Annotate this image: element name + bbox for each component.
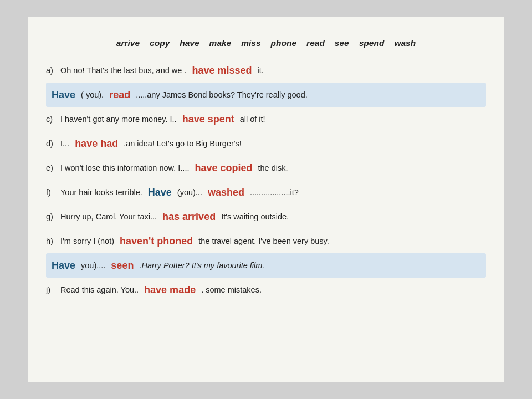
wordbox-word-read: read <box>306 38 325 48</box>
sentence-row-f: f)Your hair looks terrible.Have(you)...w… <box>46 180 486 204</box>
sentence-suffix-j: . some mistakes. <box>201 285 262 294</box>
wordbox-word-have: have <box>180 38 199 48</box>
sentence-text-c-0: I haven't got any more money. I.. <box>60 115 177 124</box>
wordbox-word-wash: wash <box>394 38 416 48</box>
sentence-answer-d: have had <box>71 138 121 150</box>
sentence-label-c: c) <box>46 115 58 124</box>
sentence-prefix-i: Have <box>48 260 79 272</box>
sentence-prefix2-f: Have <box>145 187 175 198</box>
wordbox-word-arrive: arrive <box>116 38 140 48</box>
sentence-answer-i: seen <box>108 260 137 272</box>
sentence-suffix-c: all of it! <box>240 115 265 124</box>
sentence-row-a: a)Oh no! That's the last bus, and we .ha… <box>46 58 486 83</box>
main-card: arrivecopyhavemakemissphonereadseespendw… <box>28 17 504 382</box>
sentence-text-f-0: Your hair looks terrible. <box>60 188 142 197</box>
sentence-text-h-0: I'm sorry I (not) <box>60 237 114 245</box>
sentences-container: a)Oh no! That's the last bus, and we .ha… <box>46 58 486 302</box>
wordbox-word-copy: copy <box>150 38 170 48</box>
sentence-suffix-a: it. <box>257 66 263 75</box>
sentence-label-j: j) <box>46 285 58 294</box>
sentence-text-d-0: I... <box>60 139 69 148</box>
sentence-text-b-0: ( you). <box>81 90 104 99</box>
sentence-row-h: h)I'm sorry I (not)haven't phonedthe tra… <box>46 229 486 253</box>
wordbox-word-spend: spend <box>359 38 385 48</box>
sentence-answer-e: have copied <box>191 162 255 174</box>
sentence-label-f: f) <box>46 188 58 197</box>
sentence-row-b: Have( you).read.....any James Bond books… <box>46 83 486 107</box>
sentence-row-g: g)Hurry up, Carol. Your taxi...has arriv… <box>46 204 486 229</box>
sentence-suffix-f: ..................it? <box>250 188 299 197</box>
sentence-text-a-0: Oh no! That's the last bus, and we . <box>60 66 186 75</box>
sentence-text-g-0: Hurry up, Carol. Your taxi... <box>60 212 157 221</box>
sentence-middle-f: (you)... <box>177 188 202 197</box>
sentence-answer-c: have spent <box>179 114 238 125</box>
sentence-suffix-e: the disk. <box>258 163 288 172</box>
sentence-answer-b: read <box>106 89 134 101</box>
sentence-label-g: g) <box>46 212 58 221</box>
sentence-text-e-0: I won't lose this information now. I.... <box>60 163 189 172</box>
sentence-suffix-i: .Harry Potter? It's my favourite film. <box>139 261 264 270</box>
sentence-answer-j: have made <box>141 284 199 296</box>
wordbox-word-phone: phone <box>271 38 297 48</box>
sentence-label-h: h) <box>46 237 58 245</box>
sentence-answer-f: washed <box>204 187 248 198</box>
sentence-suffix-g: It's waiting outside. <box>221 212 289 221</box>
sentence-text-i-0: you).... <box>81 261 105 270</box>
sentence-row-j: j)Read this again. You..have made. some … <box>46 278 486 302</box>
sentence-row-d: d)I...have had.an idea! Let's go to Big … <box>46 131 486 156</box>
sentence-answer-g: has arrived <box>159 211 219 223</box>
sentence-prefix-b: Have <box>48 89 79 101</box>
sentence-row-e: e)I won't lose this information now. I..… <box>46 156 486 180</box>
wordbox-word-miss: miss <box>241 38 260 48</box>
word-box: arrivecopyhavemakemissphonereadseespendw… <box>46 38 486 48</box>
sentence-label-e: e) <box>46 163 58 172</box>
wordbox-word-see: see <box>335 38 349 48</box>
sentence-label-a: a) <box>46 66 58 75</box>
sentence-answer-h: haven't phoned <box>116 236 196 247</box>
sentence-row-c: c)I haven't got any more money. I..have … <box>46 107 486 131</box>
sentence-suffix-d: .an idea! Let's go to Big Burger's! <box>124 139 242 148</box>
sentence-text-j-0: Read this again. You.. <box>60 285 139 294</box>
wordbox-word-make: make <box>209 38 232 48</box>
sentence-suffix-h: the travel agent. I've been very busy. <box>198 237 329 245</box>
sentence-label-d: d) <box>46 139 58 148</box>
sentence-suffix-b: .....any James Bond books? They're reall… <box>136 90 308 99</box>
sentence-row-i: Haveyou)....seen.Harry Potter? It's my f… <box>46 253 486 278</box>
sentence-answer-a: have missed <box>188 65 255 76</box>
